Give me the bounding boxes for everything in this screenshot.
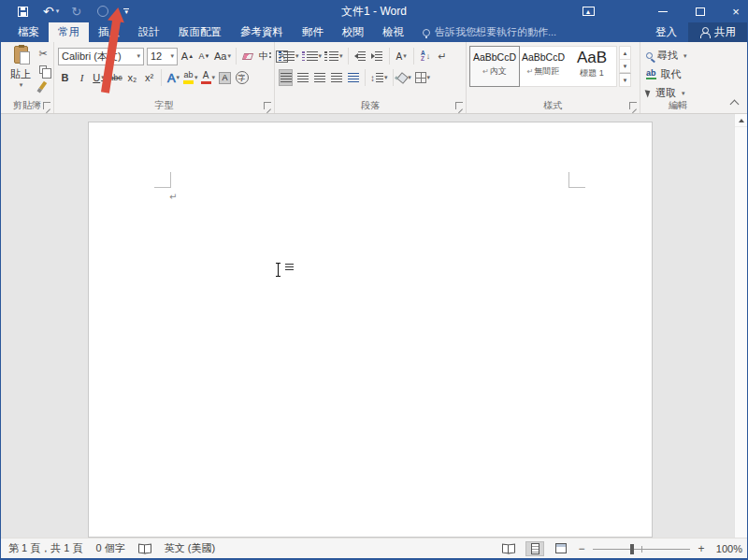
zoom-out-button[interactable]: − — [578, 542, 585, 555]
zoom-level[interactable]: 100% — [712, 543, 742, 554]
grow-font-button[interactable]: A▲ — [180, 48, 194, 65]
bullets-button[interactable]: ▾ — [279, 48, 299, 65]
numbering-button[interactable]: ▾ — [302, 48, 323, 65]
tab-home[interactable]: 常用 — [49, 22, 89, 42]
cut-button[interactable]: ✂ — [36, 47, 50, 61]
sort-button[interactable]: AZ↓ — [419, 48, 433, 65]
maximize-button[interactable] — [691, 0, 710, 22]
proofing-icon[interactable] — [138, 544, 151, 553]
align-right-button[interactable] — [312, 69, 326, 86]
borders-button[interactable]: ▾ — [415, 69, 431, 86]
zoom-slider[interactable] — [593, 543, 690, 554]
language-indicator[interactable]: 英文 (美國) — [165, 541, 215, 555]
phonetic-guide-icon: 中 — [259, 50, 271, 63]
ribbon-display-options-button[interactable]: ▲ — [579, 0, 597, 22]
tab-design[interactable]: 設計 — [129, 22, 169, 42]
shading-button[interactable]: ▾ — [398, 69, 412, 86]
superscript-button[interactable]: x² — [142, 69, 156, 86]
font-dialog-launcher[interactable] — [264, 102, 271, 109]
highlight-icon: ab — [183, 71, 194, 84]
paste-button[interactable]: 貼上 ▾ — [6, 46, 36, 100]
minimize-button[interactable] — [654, 0, 672, 22]
style-card-normal[interactable]: AaBbCcD ↵內文 — [470, 47, 519, 86]
scroll-up-button[interactable] — [735, 114, 747, 127]
change-case-button[interactable]: Aa▾ — [214, 48, 231, 65]
margin-crop-mark-topright — [568, 172, 585, 188]
style-card-no-spacing[interactable]: AaBbCcD ↵無間距 — [519, 47, 568, 86]
decrease-indent-button[interactable] — [353, 48, 367, 65]
phonetic-guide-button[interactable]: 中 — [258, 48, 272, 65]
chevron-down-icon: ▾ — [682, 90, 685, 97]
tell-me-box[interactable]: 告訴我您想要執行的動作... — [423, 22, 556, 42]
clear-formatting-button[interactable] — [241, 48, 255, 65]
bold-button[interactable]: B — [58, 69, 72, 86]
print-layout-button[interactable] — [525, 541, 544, 556]
tab-layout[interactable]: 版面配置 — [169, 22, 231, 42]
subscript-button[interactable]: x₂ — [125, 69, 139, 86]
styles-scroll-down-button[interactable]: ▼ — [619, 60, 631, 73]
tab-references[interactable]: 參考資料 — [231, 22, 293, 42]
copy-button[interactable] — [36, 63, 50, 77]
styles-dialog-launcher[interactable] — [629, 102, 637, 109]
web-layout-button[interactable] — [552, 541, 570, 556]
multilevel-list-icon — [324, 51, 338, 61]
multilevel-list-button[interactable]: ▾ — [324, 48, 343, 65]
redo-button[interactable]: ↻ — [71, 1, 81, 22]
font-color-button[interactable]: A▾ — [201, 69, 216, 86]
chevron-down-icon: ▾ — [339, 52, 343, 60]
increase-indent-button[interactable] — [370, 48, 384, 65]
justify-button[interactable] — [329, 69, 343, 86]
character-shading-button[interactable]: A — [218, 69, 232, 86]
undo-button[interactable]: ↶▾ — [43, 1, 59, 22]
align-right-icon — [314, 73, 325, 82]
ribbon-display-options-icon: ▲ — [583, 7, 595, 16]
tab-file[interactable]: 檔案 — [8, 22, 49, 42]
paste-label: 貼上 — [10, 67, 31, 81]
enclose-characters-button[interactable]: 字 — [235, 69, 249, 86]
select-button[interactable]: 選取▾ — [646, 86, 687, 100]
zoom-slider-thumb[interactable] — [630, 544, 634, 554]
read-mode-button[interactable] — [499, 541, 518, 556]
tab-review[interactable]: 校閱 — [333, 22, 373, 42]
zoom-notch — [641, 546, 642, 553]
group-editing: 尋找▾ ab取代 選取▾ 編輯 — [640, 42, 736, 113]
paragraph-dialog-launcher[interactable] — [455, 102, 463, 109]
page-indicator[interactable]: 第 1 頁，共 1 頁 — [8, 541, 82, 555]
document-page[interactable]: ↵ — [88, 122, 653, 538]
word-count[interactable]: 0 個字 — [95, 541, 124, 555]
collapse-ribbon-button[interactable] — [731, 99, 738, 106]
distributed-button[interactable] — [346, 69, 360, 86]
tab-view[interactable]: 檢視 — [373, 22, 413, 42]
italic-button[interactable]: I — [75, 69, 89, 86]
text-effects-button[interactable]: A▾ — [166, 69, 180, 86]
character-shading-icon: A — [219, 72, 231, 84]
styles-scroll-up-button[interactable]: ▲ — [619, 46, 631, 60]
close-button[interactable]: × — [726, 0, 745, 22]
group-styles: AaBbCcD ↵內文 AaBbCcD ↵無間距 AaB 標題 1 ▲ ▼ ▼ … — [467, 42, 640, 113]
shrink-font-button[interactable]: A▼ — [197, 48, 211, 65]
clipboard-dialog-launcher[interactable] — [43, 102, 50, 109]
styles-gallery-scroll: ▲ ▼ ▼ — [619, 46, 631, 87]
align-left-button[interactable] — [279, 69, 293, 86]
line-spacing-button[interactable]: ↕▾ — [370, 69, 388, 86]
find-button[interactable]: 尋找▾ — [646, 49, 687, 63]
vertical-scrollbar[interactable] — [734, 114, 747, 538]
share-button[interactable]: 共用 — [688, 22, 747, 42]
styles-more-button[interactable]: ▼ — [619, 73, 631, 87]
format-painter-button[interactable] — [36, 79, 50, 93]
save-button[interactable] — [18, 1, 28, 22]
scissors-icon: ✂ — [38, 48, 47, 60]
text-highlight-button[interactable]: ab▾ — [183, 69, 198, 86]
style-card-heading1[interactable]: AaB 標題 1 — [568, 47, 616, 86]
font-size-combobox[interactable]: 12▾ — [147, 48, 178, 65]
align-center-button[interactable] — [295, 69, 309, 86]
asian-layout-button[interactable]: A▾ — [395, 48, 409, 65]
paint-bucket-icon — [396, 72, 409, 84]
show-hide-marks-button[interactable]: ↵ — [436, 48, 450, 65]
sign-in-button[interactable]: 登入 — [644, 22, 688, 42]
chevron-down-icon: ▾ — [137, 52, 140, 60]
replace-button[interactable]: ab取代 — [646, 67, 687, 81]
tab-mailings[interactable]: 郵件 — [293, 22, 333, 42]
zoom-in-button[interactable]: + — [698, 542, 705, 555]
chevron-down-icon: ▾ — [177, 74, 180, 81]
